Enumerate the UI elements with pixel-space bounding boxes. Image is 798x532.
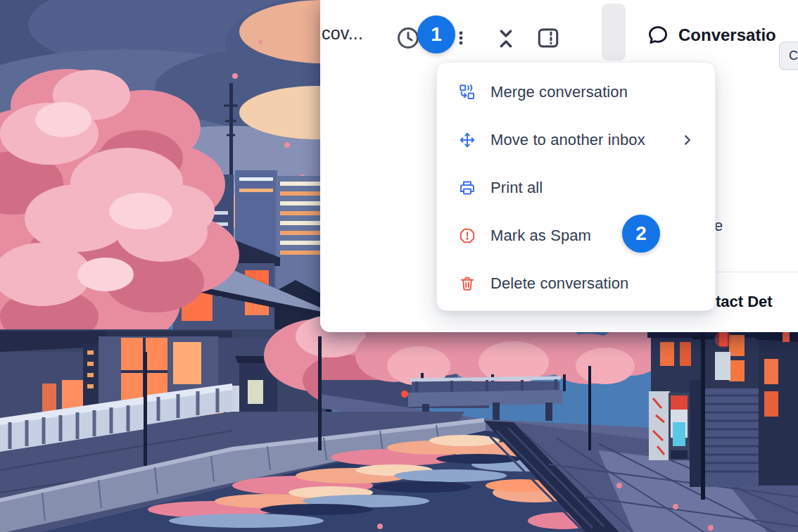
conversation-title-truncated: cov...	[322, 23, 363, 44]
annotation-badge-2-number: 2	[635, 222, 647, 245]
collapse-thread-button[interactable]	[495, 27, 517, 50]
side-panel-icon	[536, 26, 560, 50]
spam-octagon-icon	[459, 227, 476, 244]
menu-item-print-all[interactable]: Print all	[437, 164, 715, 212]
menu-item-merge-conversation[interactable]: Merge conversation	[437, 68, 715, 116]
printer-icon	[459, 179, 476, 196]
annotation-badge-2[interactable]: 2	[622, 215, 660, 253]
scrollbar-thumb[interactable]	[602, 4, 626, 61]
annotation-badge-1[interactable]: 1	[417, 15, 455, 53]
move-arrows-icon	[459, 132, 476, 148]
contact-details-heading-fragment: tact Det	[716, 293, 773, 311]
shortcut-key-label: C	[789, 49, 798, 63]
menu-item-move-to-another-inbox[interactable]: Move to another inbox	[437, 116, 715, 164]
right-panel-header: Conversatio	[647, 24, 776, 46]
menu-item-delete-conversation[interactable]: Delete conversation	[437, 260, 715, 308]
conversation-actions-menu: Merge conversation Move to another inbox	[436, 62, 716, 311]
menu-item-label: Mark as Spam	[490, 227, 591, 245]
shortcut-key-hint: C	[779, 42, 798, 70]
menu-item-label: Move to another inbox	[490, 131, 645, 149]
sidebar-divider	[706, 272, 798, 272]
trash-icon	[459, 275, 476, 292]
chevron-right-icon	[681, 134, 694, 146]
menu-item-label: Merge conversation	[490, 83, 628, 101]
chat-bubble-icon	[647, 24, 669, 46]
collapse-vertical-icon	[495, 27, 517, 50]
toggle-sidebar-button[interactable]	[536, 26, 560, 50]
merge-icon	[459, 84, 476, 101]
menu-item-label: Print all	[490, 179, 543, 197]
menu-item-label: Delete conversation	[490, 274, 628, 293]
menu-item-mark-as-spam[interactable]: Mark as Spam	[437, 212, 715, 260]
right-panel-title: Conversatio	[678, 25, 776, 45]
annotation-badge-1-number: 1	[431, 23, 442, 46]
